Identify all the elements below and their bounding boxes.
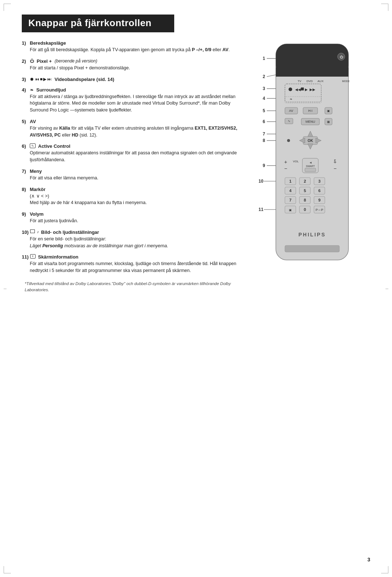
svg-text:AUX: AUX <box>318 80 324 83</box>
svg-text:2: 2 <box>304 179 306 183</box>
item-11-title: Skärminformation <box>38 254 78 260</box>
item-7-header: 7) Meny <box>22 168 243 174</box>
svg-text:0: 0 <box>304 207 306 212</box>
svg-text:5: 5 <box>263 108 265 113</box>
item-4-number: 4) <box>22 87 28 93</box>
svg-text:8: 8 <box>263 138 265 143</box>
page-number: 3 <box>367 557 370 562</box>
item-5-body: För visning av Källa för att välja TV el… <box>22 125 243 139</box>
svg-rect-2 <box>276 68 348 77</box>
item-3: 3) ⏺ ⏮ ■ ▶ ⏭ Videobandspelare (sid. 14) <box>22 77 243 82</box>
content-area: 1) Beredskapsläge För att gå till bereds… <box>22 40 370 293</box>
item-5-title: AV <box>30 119 36 124</box>
item-5-header: 5) AV <box>22 119 243 124</box>
svg-text:3: 3 <box>263 86 265 91</box>
item-2-number: 2) <box>22 58 28 64</box>
video-icons: ⏺ ⏮ ■ ▶ ⏭ <box>30 77 52 82</box>
surround-icon: ❧ <box>30 87 34 93</box>
item-8: 8) Markör (∧ ∨ < >) Med hjälp av de här … <box>22 187 243 207</box>
item-9-number: 9) <box>22 211 28 217</box>
svg-text:MODE: MODE <box>342 80 350 82</box>
item-1-number: 1) <box>22 40 28 46</box>
svg-text:H·I: H·I <box>308 109 313 113</box>
svg-text:−: − <box>334 166 336 171</box>
item-7-body: För att visa eller lämna menyerna. <box>22 175 243 182</box>
svg-point-35 <box>287 139 290 142</box>
remote-svg: ⏻ TV DVD AUX MODE ◀◀ <box>256 40 368 265</box>
item-9: 9) Volym För att justera ljudnivån. <box>22 211 243 224</box>
item-8-header: 8) Markör <box>22 187 243 192</box>
svg-text:+: + <box>284 159 287 165</box>
item-2-title: Pixel + <box>37 58 52 64</box>
svg-text:▦: ▦ <box>327 120 330 123</box>
screen-info-icon: i <box>30 254 36 259</box>
svg-text:10: 10 <box>258 179 264 184</box>
svg-text:2: 2 <box>263 74 265 79</box>
item-11: 11) i Skärminformation För att visa/ta b… <box>22 254 243 274</box>
item-11-header: 11) i Skärminformation <box>22 254 243 260</box>
item-2-header: 2) ⏻ Pixel + (beroende på version) <box>22 58 243 64</box>
item-10: 10) ♪ Bild- och ljudinställningar För en… <box>22 229 243 249</box>
svg-text:▣: ▣ <box>289 208 292 212</box>
svg-text:▣: ▣ <box>327 109 330 113</box>
svg-text:DVD: DVD <box>307 80 313 83</box>
svg-text:1: 1 <box>289 179 291 183</box>
svg-text:6: 6 <box>318 188 320 193</box>
svg-rect-71 <box>285 245 339 252</box>
left-column: 1) Beredskapsläge För att gå till bereds… <box>22 40 243 293</box>
item-4-title: Surroundljud <box>36 87 66 93</box>
item-10-number: 10) <box>22 229 29 235</box>
item-5-number: 5) <box>22 119 28 124</box>
item-6-title: Active Control <box>38 143 70 149</box>
svg-text:MENU: MENU <box>306 120 315 123</box>
page-title: Knappar på fjärrkontrollen <box>22 15 174 32</box>
item-8-number: 8) <box>22 187 28 192</box>
svg-text:8: 8 <box>304 198 306 202</box>
svg-text:⏻: ⏻ <box>340 55 343 59</box>
item-8-body: (∧ ∨ < >) Med hjälp av de här 4 knapparn… <box>22 193 243 207</box>
page-container: Knappar på fjärrkontrollen 1) Beredskaps… <box>0 0 392 577</box>
svg-text:VOL: VOL <box>293 160 299 163</box>
item-8-title: Markör <box>30 187 45 192</box>
item-2: 2) ⏻ Pixel + (beroende på version) För a… <box>22 58 243 72</box>
item-7-number: 7) <box>22 168 28 174</box>
item-11-body: För att visa/ta bort programmets nummer,… <box>22 260 243 274</box>
svg-text:4: 4 <box>289 188 292 193</box>
item-9-title: Volym <box>30 211 44 217</box>
svg-text:4: 4 <box>263 96 265 101</box>
item-2-body: För att starta / stoppa Pixel + demonstr… <box>22 65 243 72</box>
svg-text:▶: ▶ <box>305 88 308 92</box>
item-5: 5) AV För visning av Källa för att välja… <box>22 119 243 139</box>
svg-text:OK: OK <box>308 139 314 143</box>
svg-text:TV: TV <box>298 80 302 83</box>
pixel-plus-icon: ⏻ <box>30 58 34 64</box>
item-6-body: Optimerar automatiskt apparatens inställ… <box>22 150 243 163</box>
svg-text:3: 3 <box>318 179 320 183</box>
item-6-number: 6) <box>22 143 28 149</box>
item-1-body: För att gå till beredskapsläge. Koppla p… <box>22 46 243 53</box>
svg-text:PHILIPS: PHILIPS <box>298 232 326 237</box>
item-4-body: För att aktivera / stänga av ljudbreddni… <box>22 93 243 114</box>
svg-text:P: P <box>334 159 336 162</box>
svg-text:❧: ❧ <box>290 97 293 101</box>
item-9-body: För att justera ljudnivån. <box>22 218 243 224</box>
svg-text:−: − <box>284 166 287 171</box>
item-1: 1) Beredskapsläge För att gå till bereds… <box>22 40 243 53</box>
item-1-header: 1) Beredskapsläge <box>22 40 243 46</box>
svg-text:5: 5 <box>304 188 306 193</box>
svg-text:▶▶: ▶▶ <box>310 88 315 92</box>
item-1-title: Beredskapsläge <box>30 40 66 46</box>
note-icon: ♪ <box>37 229 39 234</box>
item-7-title: Meny <box>30 168 42 174</box>
svg-line-74 <box>267 75 276 77</box>
item-10-body: För en serie bild- och ljudinställningar… <box>22 236 243 249</box>
svg-rect-42 <box>305 168 316 172</box>
item-11-number: 11) <box>22 254 29 260</box>
svg-text:1: 1 <box>263 56 265 61</box>
svg-text:7: 7 <box>263 131 265 137</box>
item-3-header: 3) ⏺ ⏮ ■ ▶ ⏭ Videobandspelare (sid. 14) <box>22 77 243 82</box>
svg-text:11: 11 <box>258 207 264 212</box>
svg-text:9: 9 <box>263 163 265 168</box>
bild-icon <box>30 229 35 233</box>
svg-rect-12 <box>301 88 304 90</box>
